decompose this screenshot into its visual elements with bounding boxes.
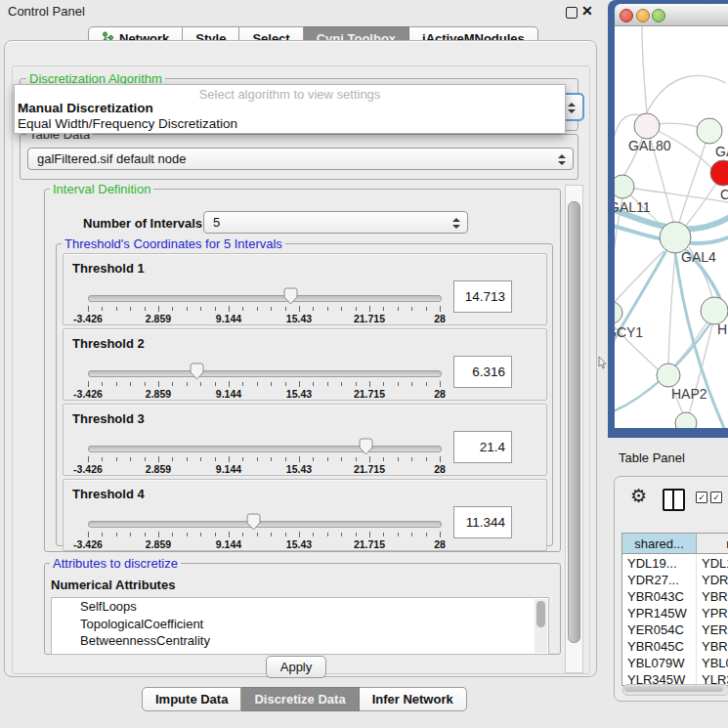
option-manual-discretization[interactable]: Manual Discretization (18, 101, 153, 115)
gear-icon[interactable]: ⚙ (630, 485, 647, 507)
apply-button[interactable]: Apply (266, 656, 326, 678)
table-data-selected-value: galFiltered.sif default node (37, 151, 186, 166)
table-horizontal-scrollbar[interactable] (622, 684, 728, 696)
settings-vertical-scrollbar[interactable] (565, 185, 583, 673)
attribute-list-item[interactable]: BetweennessCentrality (52, 632, 548, 650)
table-cell[interactable]: YPR145W (622, 605, 697, 621)
table-cell[interactable]: YER054C (622, 621, 697, 638)
table-cell[interactable]: YBR043C (622, 588, 697, 605)
slider-tick (257, 533, 258, 536)
network-node[interactable] (710, 160, 728, 186)
threshold-value-field[interactable]: 11.344 (453, 506, 512, 538)
attribute-list-item[interactable]: TopologicalCoefficient (52, 616, 548, 633)
table-cell[interactable]: YBL079W (622, 655, 697, 671)
slider-track[interactable] (88, 295, 442, 302)
table-row[interactable]: YBR045CYBR0 (622, 638, 728, 655)
threshold-value-field[interactable]: 14.713 (453, 280, 512, 313)
attribute-list-item[interactable]: SelfLoops (52, 598, 548, 616)
scrollbar-thumb[interactable] (624, 686, 723, 692)
network-canvas[interactable]: GAL80GACGAL11GAL4GCY1HHAP2 (615, 26, 728, 428)
table-row[interactable]: YBR043CYBR0 (622, 588, 728, 605)
checkbox-icon[interactable]: ✓ (710, 492, 722, 503)
slider-thumb[interactable] (283, 287, 298, 305)
tab-discretize-data[interactable]: Discretize Data (241, 687, 359, 711)
scrollbar-thumb[interactable] (568, 201, 580, 643)
network-edge-highlighted[interactable] (675, 253, 724, 428)
float-window-icon[interactable] (566, 7, 578, 19)
slider-thumb[interactable] (246, 513, 261, 531)
table-cell[interactable]: YBL0 (697, 655, 728, 671)
num-intervals-combobox[interactable]: 5 (203, 211, 468, 234)
slider-thumb[interactable] (359, 438, 373, 455)
slider-thumb[interactable] (190, 363, 204, 380)
network-node[interactable] (675, 412, 697, 428)
table-cell[interactable]: YDL19... (622, 555, 697, 572)
table-row[interactable]: YPR145WYPR1 (622, 605, 728, 621)
minimize-traffic-light-icon[interactable] (636, 9, 650, 22)
slider-tick-label: 2.859 (146, 388, 171, 400)
threshold-value-field[interactable]: 6.316 (453, 356, 512, 388)
option-equal-width-frequency[interactable]: Equal Width/Frequency Discretization (18, 116, 237, 131)
network-node[interactable] (697, 118, 722, 144)
zoom-traffic-light-icon[interactable] (652, 9, 665, 22)
table-row[interactable]: YER054CYER0 (622, 621, 728, 638)
slider-tick (356, 307, 357, 311)
network-edge[interactable] (679, 131, 709, 223)
table-cell[interactable]: YER0 (697, 621, 728, 638)
slider-tick (102, 533, 103, 536)
column-header[interactable]: shared... (622, 534, 697, 554)
slider-tick (215, 533, 216, 536)
close-traffic-light-icon[interactable] (620, 9, 633, 22)
slider-tick (158, 381, 159, 387)
table-cell[interactable]: YDR2 (697, 572, 728, 588)
slider-tick (383, 457, 384, 461)
network-edge[interactable] (647, 75, 726, 112)
table-data-combobox[interactable]: galFiltered.sif default node (27, 148, 574, 170)
slider-tick (200, 307, 201, 311)
split-columns-icon[interactable] (663, 489, 685, 511)
list-scrollbar[interactable] (535, 599, 547, 653)
table-cell[interactable]: YDR27... (622, 572, 697, 588)
network-node[interactable] (615, 302, 622, 323)
slider-track[interactable] (88, 446, 442, 452)
table-row[interactable]: YBL079WYBL0 (622, 655, 728, 671)
table-cell[interactable]: YBR0 (697, 588, 728, 605)
slider-track[interactable] (88, 521, 442, 528)
slider-tick (130, 533, 131, 536)
network-node-label: HAP2 (671, 386, 707, 402)
thresholds-group-label: Threshold's Coordinates for 5 Intervals (62, 236, 285, 251)
network-node[interactable] (634, 113, 660, 139)
table-row[interactable]: YDR27...YDR2 (622, 572, 728, 588)
network-edge[interactable] (668, 253, 675, 364)
close-icon[interactable]: ✕ (581, 3, 593, 19)
slider-tick (285, 307, 286, 311)
table-cell[interactable]: YBR0 (697, 638, 728, 655)
slider-tick-label: 2.859 (146, 313, 171, 324)
network-node[interactable] (701, 297, 728, 324)
numerical-attributes-list[interactable]: SelfLoopsTopologicalCoefficientBetweenne… (51, 597, 549, 655)
slider-tick (341, 457, 342, 461)
scrollbar-thumb[interactable] (536, 601, 545, 627)
column-header[interactable]: na (697, 534, 728, 554)
table-cell[interactable]: YDL1 (697, 555, 728, 572)
slider-tick (145, 533, 146, 536)
network-edge[interactable] (642, 26, 647, 113)
table-row[interactable]: YDL19...YDL1 (622, 555, 728, 572)
network-node[interactable] (657, 364, 680, 387)
network-window-titlebar[interactable] (615, 4, 728, 26)
tab-infer-network[interactable]: Infer Network (360, 687, 467, 711)
network-node-label: H (717, 321, 727, 337)
table-cell[interactable]: YPR1 (697, 605, 728, 621)
tab-impute-data[interactable]: Impute Data (142, 687, 241, 711)
slider-tick (341, 533, 342, 536)
slider-tick (242, 307, 243, 311)
slider-tick-label: 9.144 (216, 538, 241, 550)
checkbox-icon[interactable]: ✓ (696, 492, 707, 503)
node-attribute-table[interactable]: shared...naYDL19...YDL1YDR27...YDR2YBR04… (621, 533, 728, 686)
slider-tick (242, 382, 243, 386)
slider-tick (130, 307, 131, 311)
slider-track[interactable] (88, 370, 442, 377)
threshold-value-field[interactable]: 21.4 (453, 431, 512, 463)
table-cell[interactable]: YBR045C (622, 638, 697, 655)
network-node[interactable] (615, 175, 634, 198)
